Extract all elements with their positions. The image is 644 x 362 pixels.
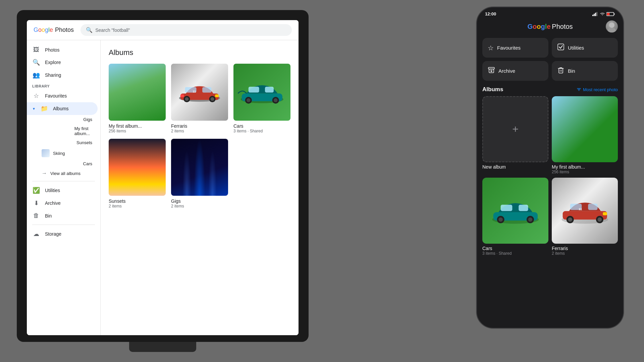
desktop-header: Google Photos 🔍 Search "football" [27, 20, 299, 40]
first-album-phone-thumb [552, 96, 618, 162]
signal-icon [592, 12, 598, 16]
photo-icon: 🖼 [32, 46, 40, 53]
svg-point-18 [274, 98, 278, 102]
sidebar-view-all-albums[interactable]: → View all albums [36, 168, 98, 178]
sidebar-item-explore[interactable]: 🔍 Explore [27, 56, 98, 69]
phone-utilities-btn[interactable]: Utilities [552, 38, 618, 58]
sidebar-item-label: Sharing [45, 72, 61, 78]
sidebar-item-label: Albums [53, 106, 69, 111]
album-card-ferraris[interactable]: 11 Ferraris 2 items [171, 64, 228, 133]
album-name: Sunsets [109, 198, 166, 204]
utilities-icon [557, 43, 565, 52]
favourites-icon: ☆ [32, 92, 40, 100]
sidebar-item-sharing[interactable]: 👥 Sharing [27, 69, 98, 81]
album-meta: 3 items · Shared [482, 251, 548, 256]
svg-rect-24 [614, 13, 615, 15]
phone-album-cars[interactable]: Cars 3 items · Shared [482, 178, 548, 256]
cars-thumb-img [233, 64, 290, 121]
wifi-icon [600, 12, 605, 16]
svg-rect-37 [519, 204, 528, 211]
svg-rect-9 [180, 95, 184, 97]
svg-text:11: 11 [579, 207, 582, 210]
phone-sort-button[interactable]: Most recent photo [576, 87, 618, 92]
search-bar[interactable]: 🔍 Search "football" [80, 24, 292, 36]
ferraris-phone-svg: 11 [558, 188, 611, 234]
sidebar-item-label: Storage [45, 231, 61, 237]
logo-photos: Photos [55, 26, 74, 34]
album-name: Cars [482, 246, 548, 251]
sidebar-item-favourites[interactable]: ☆ Favourites [27, 89, 98, 102]
archive-label: Archive [498, 68, 515, 74]
search-placeholder: Search "football" [95, 27, 130, 33]
svg-point-39 [498, 217, 503, 222]
svg-point-7 [211, 97, 214, 101]
avatar[interactable] [606, 20, 618, 33]
first-album-thumb-img [109, 64, 166, 121]
sidebar-item-photos[interactable]: 🖼 Photos [27, 44, 98, 56]
status-time: 12:00 [485, 11, 496, 16]
phone-album-my-first[interactable]: My first album... 256 items [552, 96, 618, 174]
sidebar-item-label: Bin [45, 213, 52, 219]
album-name: New album [482, 164, 548, 170]
svg-rect-14 [265, 86, 274, 92]
svg-rect-8 [215, 95, 219, 97]
sidebar-item-utilities[interactable]: ✅ Utilities [27, 184, 98, 197]
svg-rect-28 [558, 44, 564, 50]
skiing-thumb [42, 149, 50, 157]
svg-rect-50 [603, 212, 607, 215]
svg-rect-13 [249, 86, 259, 92]
ferraris-thumb-img: 11 [171, 64, 228, 121]
sidebar-item-storage[interactable]: ☁ Storage [27, 228, 98, 240]
album-meta: 3 items · Shared [233, 129, 290, 133]
album-thumbnail: 11 [171, 64, 228, 121]
phone-logo-google: Google [527, 23, 550, 31]
sub-label: Gigs [83, 117, 92, 122]
phone-albums-title: Albums [482, 86, 503, 93]
favourites-label: Favourites [497, 45, 521, 51]
phone-favourites-btn[interactable]: ☆ Favourites [482, 38, 548, 58]
utilities-label: Utilities [568, 45, 584, 51]
bin-label: Bin [568, 68, 575, 74]
phone-logo-photos: Photos [552, 23, 573, 31]
phone-archive-btn[interactable]: Archive [482, 61, 548, 81]
album-card-gigs[interactable]: Gigs 2 items [171, 139, 228, 208]
sidebar-sub-gigs[interactable]: Gigs [36, 115, 98, 124]
album-card-cars[interactable]: Cars 3 items · Shared [233, 64, 290, 133]
phone-volume-down [476, 58, 477, 72]
phone-logo: Google Photos [527, 23, 573, 31]
checkmark-icon [557, 43, 565, 51]
sidebar-item-albums[interactable]: ▼ 📁 Albums [27, 102, 98, 115]
album-meta: 2 items [109, 204, 166, 208]
album-card-my-first-album[interactable]: My first album... 256 items [109, 64, 166, 133]
search-icon: 🔍 [86, 27, 93, 33]
svg-point-26 [609, 22, 614, 28]
phone-album-new[interactable]: + New album [482, 96, 548, 174]
sidebar-sub-my-first-album[interactable]: My first album... [36, 124, 98, 138]
ferraris-phone-thumb: 11 [552, 178, 618, 244]
sidebar-item-bin[interactable]: 🗑 Bin [27, 209, 98, 222]
car-svg: 11 [177, 75, 222, 109]
sidebar-sub-skiing[interactable]: Skiing [36, 147, 98, 159]
album-card-sunsets[interactable]: Sunsets 2 items [109, 139, 166, 208]
sidebar-item-label: Utilities [45, 188, 60, 193]
sub-label: My first album... [74, 126, 92, 136]
svg-point-16 [247, 98, 251, 102]
phone-album-ferraris[interactable]: 11 Ferraris 2 items [552, 178, 618, 256]
album-name: Cars [233, 123, 290, 129]
archive-icon: ⬇ [32, 199, 40, 207]
albums-grid: My first album... 256 items [109, 64, 290, 208]
phone-notch [523, 7, 577, 17]
sidebar-sub-albums: Gigs My first album... Sunsets [27, 115, 100, 178]
sort-label: Most recent photo [583, 87, 618, 92]
album-meta: 2 items [552, 251, 618, 256]
storage-icon: ☁ [32, 230, 40, 238]
svg-rect-22 [596, 12, 597, 16]
phone-bin-btn[interactable]: Bin [552, 61, 618, 81]
svg-rect-19 [592, 15, 593, 16]
album-thumbnail [109, 64, 166, 121]
sidebar-sub-cars[interactable]: Cars [36, 159, 98, 168]
sidebar-item-archive[interactable]: ⬇ Archive [27, 197, 98, 209]
sidebar-sub-sunsets[interactable]: Sunsets [36, 138, 98, 147]
bin-icon: 🗑 [32, 212, 40, 219]
svg-point-27 [608, 28, 616, 33]
